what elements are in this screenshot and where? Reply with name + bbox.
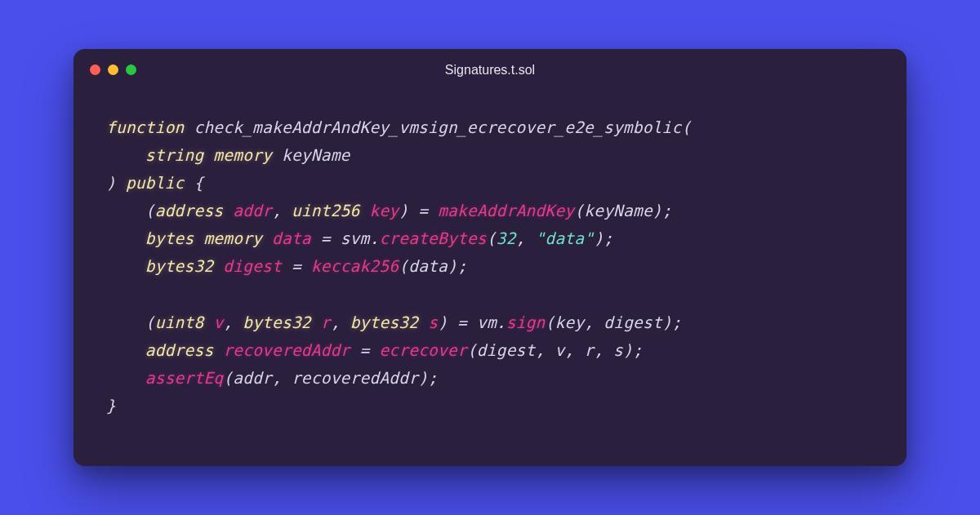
var-v: v <box>213 313 223 332</box>
punct: ); <box>653 202 672 220</box>
code-window: Signatures.t.sol function check_makeAddr… <box>74 49 906 466</box>
fn-asserteq: assertEq <box>145 369 224 388</box>
var-data: data <box>272 229 311 248</box>
punct: = <box>360 341 370 360</box>
punct: } <box>106 397 116 415</box>
punct: . <box>369 229 379 248</box>
punct: , <box>516 229 526 248</box>
str-data: "data" <box>536 229 595 248</box>
arg: data <box>408 257 448 276</box>
punct: ); <box>418 369 438 388</box>
fn-keccak256: keccak256 <box>311 257 399 276</box>
keyword-memory: memory <box>203 229 262 248</box>
var-s: s <box>428 313 438 332</box>
punct: ); <box>448 257 467 276</box>
punct: ( <box>145 202 155 220</box>
param-name: keyName <box>282 146 350 165</box>
close-icon[interactable] <box>90 64 100 75</box>
type-address: address <box>145 341 214 360</box>
punct: , <box>272 369 282 388</box>
type-bytes32: bytes32 <box>350 313 419 332</box>
punct: , <box>535 341 545 360</box>
var-addr: addr <box>233 202 272 220</box>
var-recovered: recoveredAddr <box>223 341 350 360</box>
arg: addr <box>233 369 272 388</box>
punct: ( <box>574 202 584 220</box>
type-bytes32: bytes32 <box>145 257 214 276</box>
punct: , <box>594 341 604 360</box>
var-digest: digest <box>223 257 282 276</box>
fn-sign: sign <box>506 313 546 332</box>
window-title: Signatures.t.sol <box>74 63 906 78</box>
fn-createbytes: createBytes <box>379 229 486 248</box>
punct: , <box>584 313 594 332</box>
punct: ( <box>467 341 477 360</box>
arg: r <box>584 341 594 360</box>
var-key: key <box>369 202 399 220</box>
arg: s <box>613 341 623 360</box>
type-bytes32: bytes32 <box>243 313 311 332</box>
minimize-icon[interactable] <box>108 64 118 75</box>
keyword-public: public <box>126 174 185 193</box>
titlebar: Signatures.t.sol <box>74 49 906 91</box>
type-uint256: uint256 <box>292 202 360 220</box>
arg: keyName <box>584 202 653 220</box>
keyword-memory: memory <box>213 146 272 165</box>
var-r: r <box>321 313 331 332</box>
punct: , <box>331 313 341 332</box>
traffic-lights <box>90 64 136 75</box>
punct: . <box>497 313 506 332</box>
num-32: 32 <box>497 229 516 248</box>
arg: digest <box>477 341 536 360</box>
type-string: string <box>145 146 204 165</box>
keyword-function: function <box>106 118 185 137</box>
arg: recoveredAddr <box>292 369 418 388</box>
type-uint8: uint8 <box>155 313 204 332</box>
zoom-icon[interactable] <box>126 64 136 75</box>
type-address: address <box>155 202 224 220</box>
fn-ecrecover: ecrecover <box>379 341 466 360</box>
arg: digest <box>604 313 662 332</box>
type-bytes: bytes <box>145 229 194 248</box>
punct: = <box>457 313 467 332</box>
punct: = <box>418 202 428 220</box>
obj-vm: vm <box>477 313 497 332</box>
punct: , <box>564 341 574 360</box>
fn-makeaddrandkey: makeAddrAndKey <box>438 202 574 220</box>
punct: = <box>292 257 301 276</box>
obj-svm: svm <box>341 229 370 248</box>
function-name: check_makeAddrAndKey_vmsign_ecrecover_e2… <box>194 118 681 137</box>
punct: ( <box>487 229 497 248</box>
punct: , <box>223 313 233 332</box>
punct: ) <box>399 202 408 220</box>
punct: ); <box>623 341 643 360</box>
punct: ( <box>546 313 555 332</box>
code-block: function check_makeAddrAndKey_vmsign_ecr… <box>74 91 906 466</box>
punct: ( <box>223 369 233 388</box>
punct: ) <box>106 174 116 193</box>
punct: ( <box>681 118 691 137</box>
punct: = <box>321 229 331 248</box>
punct: ( <box>145 313 155 332</box>
arg: key <box>555 313 585 332</box>
punct: , <box>272 202 282 220</box>
punct: ) <box>438 313 448 332</box>
arg: v <box>555 341 564 360</box>
punct: { <box>194 174 204 193</box>
punct: ( <box>399 257 408 276</box>
punct: ); <box>662 313 682 332</box>
punct: ); <box>594 229 613 248</box>
